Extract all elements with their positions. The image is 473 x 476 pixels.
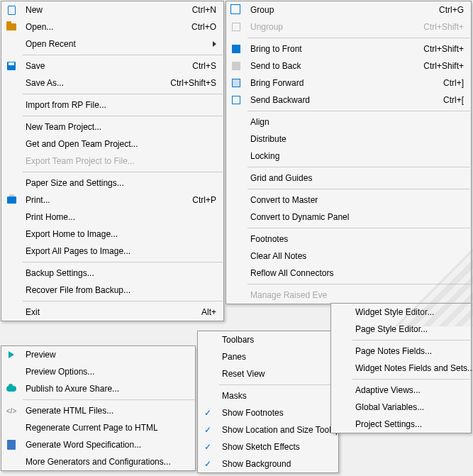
menu-item[interactable]: Locking	[226, 148, 471, 165]
menu-item-label: Bring Forward	[246, 78, 429, 88]
word-icon	[7, 440, 16, 450]
icon-slot	[1, 363, 21, 380]
menu-item[interactable]: ✓Show Sketch Effects	[198, 438, 338, 455]
icon-slot	[1, 135, 21, 153]
menu-item-label: Export All Pages to Image...	[21, 246, 216, 256]
menu-item-shortcut: Ctrl+]	[429, 78, 464, 88]
menu-item[interactable]: Regenerate Current Page to HTML	[1, 419, 195, 436]
menu-item[interactable]: Bring ForwardCtrl+]	[226, 74, 471, 92]
menu-item[interactable]: Send to BackCtrl+Shift+	[226, 57, 471, 74]
icon-slot	[1, 18, 21, 35]
menu-item[interactable]: Page Notes Fields...	[331, 343, 471, 360]
menu-item-label: Show Background	[218, 459, 331, 469]
menu-item[interactable]: Open Recent	[1, 35, 223, 52]
menu-item-label: Locking	[246, 151, 464, 161]
menu-item[interactable]: Print...Ctrl+P	[1, 192, 223, 209]
icon-slot	[1, 192, 21, 209]
menu-item[interactable]: Widget Notes Fields and Sets...	[331, 360, 471, 377]
menu-item[interactable]: Clear All Notes	[226, 248, 471, 265]
icon-slot	[226, 192, 246, 209]
menu-item[interactable]: Reset View	[198, 365, 338, 382]
icon-slot	[331, 360, 351, 377]
submenu-arrow-icon	[213, 41, 216, 47]
menu-item[interactable]: Paper Size and Settings...	[1, 175, 223, 192]
menu-item[interactable]: Publish to Axure Share...	[1, 380, 195, 397]
menu-item[interactable]: Global Variables...	[331, 399, 471, 416]
menu-item-shortcut: Ctrl+G	[425, 5, 464, 15]
menu-item[interactable]: Get and Open Team Project...	[1, 135, 223, 153]
fwd-icon	[232, 79, 240, 87]
icon-slot	[1, 243, 21, 260]
back-icon	[232, 62, 240, 70]
menu-item[interactable]: Masks	[198, 387, 338, 404]
menu-separator	[352, 340, 470, 341]
menu-item[interactable]: ✓Show Footnotes	[198, 404, 338, 421]
menu-item[interactable]: Preview	[1, 346, 195, 363]
menu-item[interactable]: Widget Style Editor...	[331, 304, 471, 321]
menu-item[interactable]: Preview Options...	[1, 363, 195, 380]
file-menu: NewCtrl+NOpen...Ctrl+OOpen RecentSaveCtr…	[1, 1, 224, 321]
menu-item-shortcut: Ctrl+Shift+S	[156, 78, 216, 88]
menu-item-label: Clear All Notes	[246, 251, 464, 261]
menu-item[interactable]: Bring to FrontCtrl+Shift+	[226, 40, 471, 57]
menu-item-label: Project Settings...	[351, 419, 464, 429]
icon-slot	[1, 282, 21, 299]
menu-item-shortcut: Ctrl+S	[178, 61, 216, 71]
menu-item[interactable]: Generate Word Specification...	[1, 436, 195, 453]
menu-item-shortcut: Ctrl+Shift+	[409, 22, 464, 32]
icon-slot	[331, 321, 351, 338]
menu-item[interactable]: Page Style Editor...	[331, 321, 471, 338]
checkmark-icon: ✓	[204, 425, 211, 435]
menu-item[interactable]: SaveCtrl+S	[1, 57, 223, 74]
menu-item[interactable]: Print Home...	[1, 209, 223, 226]
menu-item[interactable]: Convert to Master	[226, 192, 471, 209]
menu-item-label: Manage Raised Eve	[246, 290, 464, 300]
menu-item[interactable]: Import from RP File...	[1, 96, 223, 114]
menu-item[interactable]: Open...Ctrl+O	[1, 18, 223, 35]
menu-item[interactable]: ✓Show Background	[198, 455, 338, 472]
menu-item[interactable]: Align	[226, 114, 471, 131]
menu-item[interactable]: NewCtrl+N	[1, 1, 223, 18]
icon-slot	[226, 287, 246, 304]
menu-item[interactable]: GroupCtrl+G	[226, 1, 471, 18]
menu-item-label: Export Home to Image...	[21, 229, 216, 239]
menu-item[interactable]: Grid and Guides	[226, 170, 471, 187]
menu-separator	[247, 111, 470, 111]
icon-slot	[331, 343, 351, 360]
newfile-icon	[8, 6, 16, 15]
menu-item-shortcut: Ctrl+Shift+	[409, 61, 464, 71]
icon-slot	[1, 265, 21, 282]
menu-item[interactable]: Distribute	[226, 131, 471, 148]
menu-item[interactable]: ExitAlt+	[1, 304, 223, 321]
menu-item[interactable]: ✓Show Location and Size Tooltip	[198, 421, 338, 438]
menu-item[interactable]: Save As...Ctrl+Shift+S	[1, 74, 223, 92]
menu-item[interactable]: Send BackwardCtrl+[	[226, 92, 471, 109]
menu-item-label: Preview	[21, 350, 188, 360]
menu-item[interactable]: Backup Settings...	[1, 265, 223, 282]
menu-separator	[23, 116, 223, 116]
icon-slot	[198, 348, 218, 365]
menu-item[interactable]: Convert to Dynamic Panel	[226, 209, 471, 226]
menu-item[interactable]: Footnotes	[226, 231, 471, 248]
menu-item-label: Regenerate Current Page to HTML	[21, 423, 188, 433]
menu-item[interactable]: </>Generate HTML Files...	[1, 402, 195, 419]
menu-item: Export Team Project to File...	[1, 153, 223, 170]
menu-item-label: Backup Settings...	[21, 268, 216, 278]
menu-item-label: Paper Size and Settings...	[21, 178, 216, 188]
menu-item-label: Align	[246, 117, 464, 127]
icon-slot	[331, 382, 351, 399]
menu-item-label: Open Recent	[21, 39, 199, 49]
menu-item[interactable]: Panes	[198, 348, 338, 365]
menu-item[interactable]: Export All Pages to Image...	[1, 243, 223, 260]
menu-item[interactable]: New Team Project...	[1, 118, 223, 135]
menu-item[interactable]: Recover File from Backup...	[1, 282, 223, 299]
menu-item[interactable]: More Generators and Configurations...	[1, 453, 195, 470]
menu-item-label: Bring to Front	[246, 44, 409, 54]
menu-item[interactable]: Export Home to Image...	[1, 226, 223, 243]
menu-separator	[23, 301, 223, 301]
menu-item[interactable]: Adaptive Views...	[331, 382, 471, 399]
menu-item[interactable]: Reflow All Connectors	[226, 265, 471, 282]
icon-slot	[226, 170, 246, 187]
menu-item[interactable]: Toolbars	[198, 331, 338, 348]
menu-item[interactable]: Project Settings...	[331, 416, 471, 433]
